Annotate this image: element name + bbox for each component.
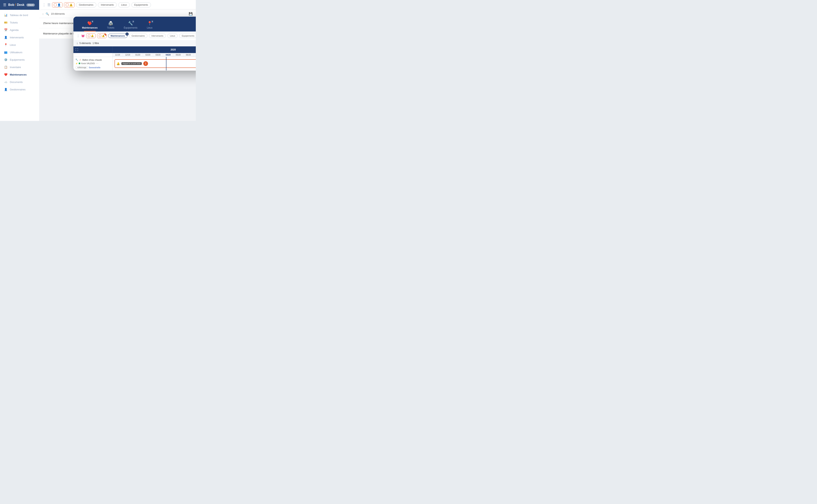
save-icon[interactable]: 💾 [189, 12, 193, 16]
sidebar-item-maintenances[interactable]: ❤️ Maintenances [0, 71, 39, 78]
sidebar-item-utilisateurs[interactable]: 👥 Utilisateurs [0, 49, 39, 56]
sidebar-item-agenda[interactable]: 📅 Agenda [0, 26, 39, 34]
tickets-tab-icon: 🖨️ [108, 21, 113, 26]
popup-tab-lieux[interactable]: 📍 3 Lieux [142, 19, 157, 32]
sidebar-item-label: Maintenances [10, 73, 27, 76]
popup-grid-icon-2 [99, 35, 101, 37]
sidebar-item-inventaire[interactable]: 📋 Inventaire [0, 63, 39, 71]
gantt-month-1219: 12/19 [123, 53, 133, 57]
client-badge: Client [26, 4, 35, 6]
wrench-icon: 🔧 [75, 59, 78, 61]
equipements-tab-icon: 🔧 2 [128, 21, 133, 26]
sidebar-item-label: Intervenants [10, 36, 24, 39]
menu-icon[interactable]: ☰ [3, 3, 6, 7]
gantt-left-header: ⛶ [73, 46, 113, 53]
sidebar-item-lieux[interactable]: 📍 Lieux [0, 41, 39, 49]
row-dots-menu[interactable]: ⋯ [96, 62, 98, 65]
popup-filter-intervenants[interactable]: Intervenants [149, 34, 166, 38]
tickets-icon: 🎫 [4, 21, 7, 24]
utilisateurs-icon: 👥 [4, 50, 7, 54]
alert-triangle-icon: ⚠ [79, 59, 81, 61]
popup-tab-tickets[interactable]: 🖨️ Tickets [102, 19, 119, 32]
popup-filter-maintenances-wrap: Maintenances 1 [108, 34, 127, 38]
equipements-tab-badge: 2 [131, 20, 135, 23]
equipements-tab-label: Équipements [124, 26, 137, 29]
view-btn-grid-alert[interactable]: ⚠️ [64, 3, 74, 7]
fullscreen-icon[interactable]: ⛶ [75, 48, 78, 51]
app-logo: Bob! Desk [8, 3, 24, 7]
lieux-tab-label: Lieux [147, 26, 152, 29]
popup-filter-count: 1 filtre [93, 42, 99, 45]
popup-filter-gestionnaires[interactable]: Gestionnaires [129, 34, 147, 38]
toolbar-dots[interactable]: ⋮ [42, 3, 46, 7]
toolbar-list-icon[interactable]: ☰ [47, 3, 50, 7]
gantt-row-tags: Adhésivage Semestrielle [75, 66, 110, 69]
view-btn-grid-person[interactable]: 👤 [52, 3, 62, 7]
gantt-month-0120: 01/20 [133, 53, 143, 57]
gantt-row-subtitle: ⚡ Kevin VALENSI ⋯ [75, 62, 110, 65]
row-frequency: Semestrielle [89, 67, 100, 69]
popup-filter-maintenances[interactable]: Maintenances [108, 34, 127, 38]
sidebar-item-label: Documents [10, 81, 23, 84]
agenda-icon: 📅 [4, 28, 7, 32]
search-icon[interactable]: 🔍 [46, 12, 49, 15]
popup-toolbar-dots[interactable]: ⋮ [77, 34, 80, 38]
view-toggle-1: 👤 [52, 2, 62, 7]
popup-filter-badge: 1 [125, 32, 129, 36]
gantt-timeline-header: 2020 [113, 46, 196, 53]
gantt-month-1119: 11/19 [113, 53, 123, 57]
popup-tab-equipements[interactable]: 🔧 2 Équipements [119, 19, 142, 32]
person-name: Kevin VALENSI [81, 62, 95, 65]
popup-view-toggle-1: 🔔 [86, 33, 96, 38]
sidebar-item-equipements[interactable]: ⚙️ Equipements [0, 56, 39, 63]
sort-icon[interactable]: ↕ [42, 12, 44, 15]
filter-equipements[interactable]: Equipements [131, 2, 151, 7]
items-count: 19 éléments [51, 12, 65, 15]
gantt-months-row: 11/19 12/19 01/20 02/20 03/20 04/20 05/2… [73, 53, 196, 57]
intervenants-icon: 👤 [4, 36, 7, 39]
popup-filter-equipements[interactable]: Equipements [179, 34, 196, 38]
list-item-name: 25eme heure maintenance [43, 22, 73, 25]
lieux-tab-icon: 📍 3 [147, 21, 152, 26]
popup-items-count: 5 éléments [79, 42, 91, 45]
sidebar-item-label: Lieux [10, 43, 16, 46]
sidebar-item-label: Tableau de bord [10, 14, 28, 17]
popup-heartbeat-icon[interactable]: 💓 [81, 34, 85, 37]
gantt-chart: ⛶ 2020 11/19 12/19 01/20 02/20 03/20 [73, 46, 196, 71]
gantt-row-info: 🔧 ⚠ Ballon d'eau chaude ⚡ Kevin VALENSI … [73, 57, 113, 70]
popup-sort-icon[interactable]: ↕ [77, 42, 78, 45]
popup-warning-icon: ⚠️ [102, 34, 105, 37]
grid-icon-2 [66, 4, 68, 6]
gantt-month-0520: 05/20 [173, 53, 183, 57]
popup-filter-lieux[interactable]: Lieux [167, 34, 178, 38]
gantt-year-cell: 2020 [113, 48, 196, 51]
sidebar-item-label: Tickets [10, 21, 18, 24]
filter-gestionnaires[interactable]: Gestionnaires [76, 2, 96, 7]
sidebar-item-label: Agenda [10, 29, 19, 32]
lieux-icon: 📍 [4, 43, 7, 47]
sidebar-nav: 📊 Tableau de bord 🎫 Tickets 📅 Agenda 👤 I… [0, 10, 39, 121]
main-area: ⋮ ☰ 👤 ⚠️ Gestionnaires Intervenants Lieu… [39, 0, 196, 121]
filter-lieux[interactable]: Lieux [118, 2, 130, 7]
lieux-tab-badge: 3 [150, 20, 154, 23]
sidebar-item-label: Gestionnaires [10, 88, 25, 91]
gantt-current-line [166, 57, 166, 70]
sidebar-item-dashboard[interactable]: 📊 Tableau de bord [0, 11, 39, 19]
gantt-month-0620: 06/20 [183, 53, 194, 57]
popup-tab-maintenances[interactable]: ❤️ 5 Maintenances [77, 19, 102, 32]
gantt-row-title: 🔧 ⚠ Ballon d'eau chaude [75, 59, 110, 61]
sidebar-item-documents[interactable]: ☁️ Documents [0, 78, 39, 86]
sidebar-item-intervenants[interactable]: 👤 Intervenants [0, 34, 39, 41]
popup-view-toggle-2: ⚠️ 3 [97, 33, 106, 38]
filter-intervenants[interactable]: Intervenants [98, 2, 117, 7]
sidebar-item-tickets[interactable]: 🎫 Tickets [0, 19, 39, 26]
sidebar-item-gestionnaires[interactable]: 👤 Gestionnaires [0, 86, 39, 93]
tag-adhesivage: Adhésivage [75, 66, 88, 69]
maintenances-tab-label: Maintenances [82, 26, 97, 29]
popup-view-btn-1[interactable]: 🔔 [86, 34, 95, 38]
popup-toolbar: ⋮ 💓 🔔 ⚠️ 3 Maintenances [73, 32, 196, 40]
popup-tabs: ❤️ 5 Maintenances 🖨️ Tickets 🔧 2 Équipem… [73, 17, 196, 32]
person-icon: 👤 [57, 3, 61, 6]
gantt-month-0720: 07/20 [193, 53, 196, 57]
view-toggle-2: ⚠️ [64, 2, 74, 7]
